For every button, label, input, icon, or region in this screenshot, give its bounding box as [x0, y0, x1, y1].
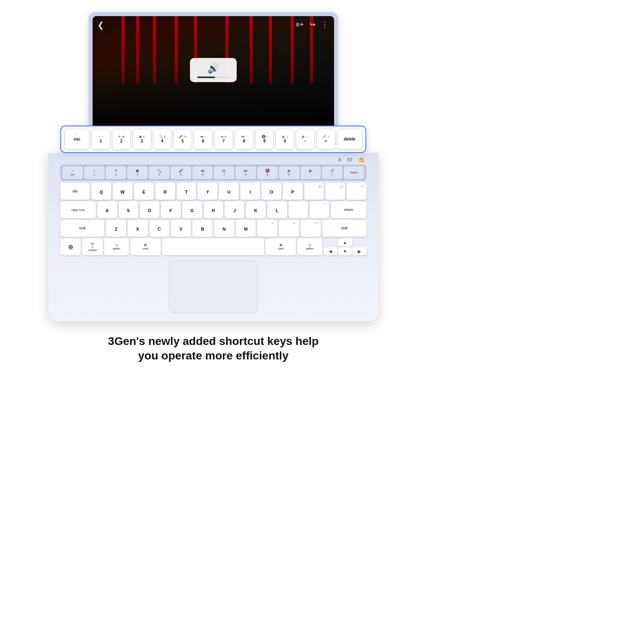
fn-key-2[interactable]: ☀ @ 2: [112, 129, 131, 150]
more-icon[interactable]: ⋮: [321, 20, 328, 29]
back-button[interactable]: ❮: [97, 20, 104, 30]
key-n[interactable]: N: [214, 220, 234, 237]
keyboard-fn-row: ~esc ○1 ☀2 ▣3 🔍4 🎤5 ⏮6 ⏯7 ⏭8 🔇9 🔉0 🔊− 🔗=…: [60, 165, 366, 181]
key-period[interactable]: > .: [279, 220, 299, 237]
key-c[interactable]: C: [149, 220, 169, 237]
screen-controls: ≡+ ↪ ⋮: [295, 20, 328, 29]
fn-key-9[interactable]: 🔇 ( 9: [255, 129, 274, 150]
fn-key-8[interactable]: ⏭ * 8: [235, 129, 254, 150]
fn-key-equal[interactable]: 🔗 + =: [316, 129, 335, 150]
fn-key-0[interactable]: 🔉 ) 0: [275, 129, 294, 150]
fn-key-3[interactable]: ▣ # 3: [132, 129, 151, 150]
trackpad[interactable]: [169, 261, 258, 313]
key-h[interactable]: H: [204, 201, 223, 218]
kb-fn-9[interactable]: 🔇9: [257, 166, 278, 179]
kb-fn-esc[interactable]: ~esc: [62, 166, 83, 179]
key-bracket-r[interactable]: } ]: [325, 183, 345, 200]
caption-line1: 3Gen's newly added shortcut keys help: [108, 335, 318, 347]
key-r[interactable]: R: [155, 183, 175, 200]
key-u[interactable]: U: [219, 183, 239, 200]
kb-fn-7[interactable]: ⏯7: [214, 166, 234, 179]
key-bracket-l[interactable]: { [: [304, 183, 324, 200]
key-d[interactable]: D: [140, 201, 159, 218]
key-z[interactable]: Z: [106, 220, 126, 237]
kb-fn-delete[interactable]: delete: [344, 166, 364, 179]
arrow-cluster: ▲ ◀ ▼ ▶: [324, 238, 366, 255]
key-e[interactable]: E: [134, 183, 154, 200]
kb-fn-4[interactable]: 🔍4: [149, 166, 169, 179]
caption-text: 3Gen's newly added shortcut keys help yo…: [108, 334, 318, 363]
fn-key-7[interactable]: ⏯ & 7: [214, 129, 233, 150]
key-cmd-right[interactable]: ⌘ cmd: [266, 238, 296, 255]
key-option-right[interactable]: ⌥ option: [297, 238, 322, 255]
key-t[interactable]: T: [177, 183, 196, 200]
fn-key-esc[interactable]: ~ ` esc \: [64, 129, 90, 150]
kb-fn-equal[interactable]: 🔗=: [322, 166, 343, 179]
kb-fn-2[interactable]: ☀2: [106, 166, 126, 179]
key-fn[interactable]: fn ∧ control: [82, 238, 102, 255]
key-o[interactable]: O: [262, 183, 281, 200]
key-v[interactable]: V: [171, 220, 191, 237]
key-s[interactable]: S: [119, 201, 138, 218]
keyboard-row-zxcv: shift Z X C V B N M < , > . ? / shift: [60, 220, 366, 237]
status-a: A: [339, 158, 341, 162]
key-spacebar[interactable]: [162, 238, 264, 255]
key-caps-lock[interactable]: caps lock: [60, 201, 96, 218]
caption-line2: you operate more efficiently: [138, 349, 288, 362]
kb-fn-0[interactable]: 🔉0: [279, 166, 299, 179]
keyboard-base: A BT 📶 ~esc ○1 ☀2 ▣3 🔍4 🎤5 ⏮6 ⏯7 ⏭8 🔇9 🔉…: [48, 153, 378, 321]
key-arrow-left[interactable]: ◀: [324, 247, 337, 255]
fn-key-delete[interactable]: delete: [337, 129, 362, 150]
key-slash[interactable]: ? /: [301, 220, 321, 237]
key-semicolon[interactable]: : ;: [289, 201, 308, 218]
kb-fn-5[interactable]: 🎤5: [171, 166, 191, 179]
key-arrow-down[interactable]: ▼: [338, 247, 352, 255]
volume-popup: 🔊: [190, 58, 237, 82]
key-l[interactable]: L: [267, 201, 287, 218]
share-icon[interactable]: ↪: [310, 20, 316, 29]
keyboard-row-asdf: caps lock A S D F G H J K L : ; " ' retu…: [60, 201, 366, 218]
keyboard-row-bottom: ⊕ fn ∧ control ⌥ option ⌘ cmd ⌘ cmd ⌥ op…: [60, 238, 366, 255]
status-bt: BT: [347, 158, 353, 162]
playlist-icon[interactable]: ≡+: [295, 21, 304, 29]
key-g[interactable]: G: [182, 201, 202, 218]
volume-icon: 🔊: [207, 63, 219, 74]
key-tab[interactable]: tab: [60, 183, 90, 200]
fn-key-6[interactable]: ⏮ ^ 6: [194, 129, 213, 150]
kb-fn-minus[interactable]: 🔊−: [301, 166, 321, 179]
kb-fn-3[interactable]: ▣3: [127, 166, 148, 179]
fn-key-4[interactable]: 🔍 $ 4: [153, 129, 172, 150]
key-w[interactable]: W: [113, 183, 132, 200]
key-m[interactable]: M: [236, 220, 256, 237]
key-option-left[interactable]: ⌥ option: [104, 238, 129, 255]
kb-fn-1[interactable]: ○1: [84, 166, 105, 179]
key-i[interactable]: I: [240, 183, 260, 200]
key-p[interactable]: P: [283, 183, 303, 200]
key-return[interactable]: return: [331, 201, 366, 218]
key-x[interactable]: X: [128, 220, 148, 237]
fn-key-5[interactable]: 🎤 % 5: [173, 129, 192, 150]
kb-fn-8[interactable]: ⏭8: [235, 166, 256, 179]
key-cmd-left[interactable]: ⌘ cmd: [130, 238, 161, 255]
key-arrow-right[interactable]: ▶: [353, 247, 366, 255]
key-shift-left[interactable]: shift: [60, 220, 104, 237]
key-arrow-up[interactable]: ▲: [338, 238, 352, 246]
laptop-product-image: ❮ ≡+ ↪ ⋮ 🔊 ~ ` esc \ ○ ! 1: [48, 12, 378, 321]
key-f[interactable]: F: [161, 201, 181, 218]
key-q[interactable]: Q: [91, 183, 111, 200]
key-comma[interactable]: < ,: [257, 220, 277, 237]
key-k[interactable]: K: [246, 201, 266, 218]
fn-key-minus[interactable]: 🔊 — −: [296, 129, 315, 150]
key-shift-right[interactable]: shift: [322, 220, 366, 237]
key-backslash[interactable]: | \: [347, 183, 366, 200]
key-a[interactable]: A: [97, 201, 117, 218]
kb-fn-6[interactable]: ⏮6: [192, 166, 213, 179]
key-j[interactable]: J: [225, 201, 244, 218]
key-b[interactable]: B: [192, 220, 213, 237]
key-quote[interactable]: " ': [310, 201, 329, 218]
key-globe[interactable]: ⊕: [60, 238, 80, 255]
key-y[interactable]: Y: [198, 183, 217, 200]
fn-key-1[interactable]: ○ ! 1: [91, 129, 110, 150]
fn-row-highlighted: ~ ` esc \ ○ ! 1 ☀ @ 2 ▣ # 3 🔍 $ 4 🎤 % 5 …: [60, 126, 366, 153]
keyboard-row-qwerty: tab Q W E R T Y U I O P { [ } ] | \: [60, 183, 366, 200]
